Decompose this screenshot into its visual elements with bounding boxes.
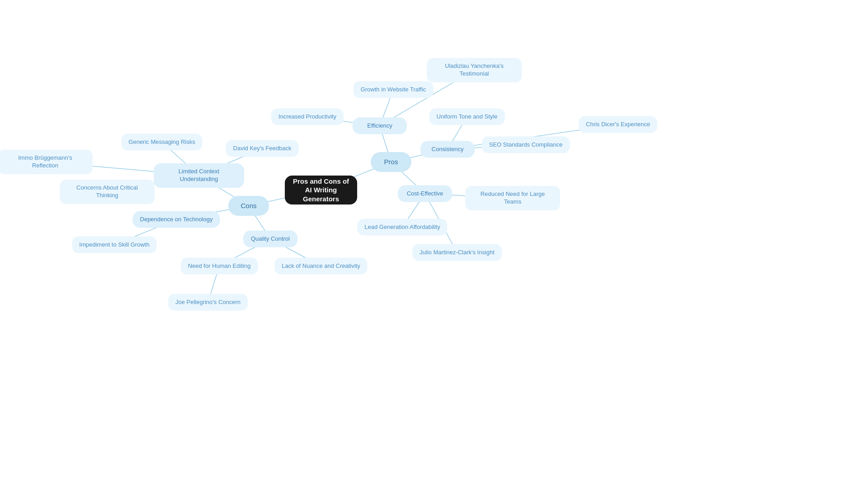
node-cons[interactable]: Cons — [228, 196, 269, 216]
node-julio-insight[interactable]: Julio Martinez-Clark's Insight — [412, 244, 502, 261]
node-efficiency[interactable]: Efficiency — [353, 118, 407, 134]
node-growth-website-traffic[interactable]: Growth in Website Traffic — [354, 81, 434, 98]
node-generic-messaging[interactable]: Generic Messaging Risks — [121, 134, 202, 151]
node-lack-nuance[interactable]: Lack of Nuance and Creativity — [274, 258, 367, 275]
node-immo-reflection[interactable]: Immo Brüggemann's Reflection — [0, 150, 93, 174]
node-uladizlau-testimonial[interactable]: Uladizlau Yanchenka's Testimonial — [427, 58, 522, 82]
node-pros[interactable]: Pros — [371, 152, 411, 172]
node-consistency[interactable]: Consistency — [420, 141, 475, 158]
node-impediment[interactable]: Impediment to Skill Growth — [72, 237, 156, 253]
node-lead-generation[interactable]: Lead Generation Affordability — [357, 219, 447, 236]
node-seo-standards[interactable]: SEO Standards Compliance — [482, 137, 570, 153]
node-center[interactable]: Pros and Cons of AI Writing Generators — [285, 176, 357, 205]
node-cost-effective[interactable]: Cost-Effective — [398, 186, 452, 202]
node-reduced-need[interactable]: Reduced Need for Large Teams — [465, 186, 560, 210]
node-increased-productivity[interactable]: Increased Productivity — [271, 109, 344, 125]
node-need-human-editing[interactable]: Need for Human Editing — [181, 258, 258, 275]
node-joe-concern[interactable]: Joe Pellegrino's Concern — [168, 294, 248, 311]
node-limited-context[interactable]: Limited Context Understanding — [154, 163, 244, 188]
node-uniform-tone[interactable]: Uniform Tone and Style — [429, 109, 505, 125]
node-concerns-critical[interactable]: Concerns About Critical Thinking — [60, 180, 155, 204]
mindmap-canvas: Pros and Cons of AI Writing GeneratorsPr… — [0, 0, 868, 490]
node-dependence-tech[interactable]: Dependence on Technology — [133, 211, 220, 228]
node-chris-dicer[interactable]: Chris Dicer's Experience — [579, 116, 657, 133]
node-david-key[interactable]: David Key's Feedback — [226, 140, 299, 157]
node-quality-control[interactable]: Quality Control — [243, 231, 297, 247]
